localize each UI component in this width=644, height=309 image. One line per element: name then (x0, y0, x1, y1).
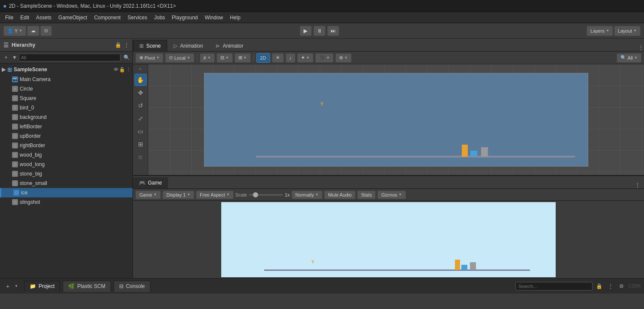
mute-audio-btn[interactable]: Mute Audio (324, 191, 355, 199)
layers-btn[interactable]: Layers ▼ (587, 26, 613, 36)
custom-tool-btn[interactable]: ☆ (135, 151, 147, 163)
play-button[interactable]: ▶ (300, 26, 312, 36)
scene-eye-icon[interactable]: 👁 (114, 67, 118, 72)
hierarchy-item-square[interactable]: □ Square (0, 94, 132, 103)
transform-tool-btn[interactable]: ⊞ (135, 138, 147, 150)
hierarchy-item-stonebig[interactable]: □ stone_big (0, 169, 132, 179)
rotate-tool-btn[interactable]: ↺ (135, 100, 147, 112)
hierarchy-item-background[interactable]: □ background (0, 112, 132, 122)
bottom-settings-btn[interactable]: ⚙ (617, 282, 626, 291)
title-text: 2D - SampleScene - Windows, Mac, Linux -… (9, 3, 176, 9)
tab-plastic-scm[interactable]: 🌿 Plastic SCM (63, 281, 111, 292)
hierarchy-lock-icon[interactable]: 🔒 (115, 42, 121, 48)
step-button[interactable]: ⏭ (327, 26, 339, 36)
scene-search-btn[interactable]: 🔍 All ▼ (617, 53, 641, 63)
scale-value: 1x (285, 192, 290, 197)
game-tabs-more[interactable]: ⋮ (635, 182, 641, 188)
light-btn[interactable]: ☀ (272, 53, 284, 63)
hierarchy-search-input[interactable] (19, 54, 120, 61)
scene-cam-btn[interactable]: 🎥 ▼ (315, 53, 334, 63)
tab-project[interactable]: 📁 Project (24, 281, 60, 292)
menu-services[interactable]: Services (124, 14, 150, 21)
scale-thumb[interactable] (253, 192, 258, 197)
tab-scene[interactable]: ⊞ Scene (133, 40, 167, 51)
hierarchy-item-woodlong[interactable]: □ wood_long (0, 160, 132, 169)
hierarchy-item-ice[interactable]: □ ice (0, 188, 132, 197)
grid-dd-icon: ▼ (208, 56, 211, 60)
hierarchy-item-upborder[interactable]: □ upBorder (0, 131, 132, 141)
aspect-btn[interactable]: Free Aspect ▼ (196, 191, 234, 199)
menu-edit[interactable]: Edit (17, 14, 33, 21)
scene-dots[interactable]: ⋮ (126, 67, 131, 73)
bottom-add-btn[interactable]: + (3, 282, 12, 291)
menu-help[interactable]: Help (226, 14, 244, 21)
slingshot-label: slingshot (20, 199, 40, 205)
hierarchy-arrow-icon: ▼ (12, 55, 17, 61)
game-tab-icon: 🎮 (139, 180, 145, 186)
scene-viewport[interactable]: Y (148, 64, 644, 175)
local-btn[interactable]: ⊙ Local ▼ (165, 53, 194, 63)
bottom-search-input[interactable] (515, 282, 593, 291)
grid-toggle-btn[interactable]: # ▼ (200, 53, 215, 63)
pivot-btn[interactable]: ⊕ Pivot ▼ (135, 53, 163, 63)
tab-animation[interactable]: ▷ Animation (167, 40, 209, 51)
game-dropdown-btn[interactable]: Game ▼ (135, 191, 161, 199)
layout-btn[interactable]: Layout ▼ (614, 26, 641, 36)
hierarchy-item-woodbig[interactable]: □ wood_big (0, 150, 132, 160)
scale-slider[interactable] (249, 194, 283, 196)
hierarchy-item-stonesmall[interactable]: □ stone_small (0, 179, 132, 188)
hierarchy-item-main-camera[interactable]: 📷 Main Camera (0, 75, 132, 84)
console-label: Console (126, 283, 145, 289)
gizmos-btn[interactable]: Gizmos ▼ (377, 191, 406, 199)
menu-window[interactable]: Window (202, 14, 227, 21)
tab-animator[interactable]: ⊳ Animator (209, 40, 250, 51)
hierarchy-item-bird0[interactable]: □ bird_0 (0, 103, 132, 112)
scene-root[interactable]: ▶ ⊞ SampleScene 👁 🔓 ⋮ (0, 64, 132, 75)
main-camera-label: Main Camera (20, 76, 51, 82)
hierarchy-header-icons: 🔒 ⋮ (115, 42, 129, 48)
hierarchy-item-slingshot[interactable]: □ slingshot (0, 197, 132, 207)
hierarchy-add-btn[interactable]: + (2, 53, 10, 62)
scene-lock-icon2[interactable]: 🔓 (119, 67, 125, 73)
scale-tool-btn[interactable]: ⤢ (135, 112, 147, 124)
hierarchy-search-icon[interactable]: 🔍 (122, 53, 131, 62)
square-icon: □ (12, 95, 18, 101)
menu-playground[interactable]: Playground (169, 14, 202, 21)
menu-file[interactable]: File (2, 14, 17, 21)
hand-tool-btn[interactable]: ✋ (135, 74, 147, 86)
menu-gameobject[interactable]: GameObject (55, 14, 90, 21)
fx-btn[interactable]: ✦ ▼ (297, 53, 313, 63)
menu-component[interactable]: Component (90, 14, 124, 21)
game-platform (264, 270, 530, 271)
collab-btn[interactable]: ⊙ (40, 26, 52, 36)
2d-btn[interactable]: 2D (256, 53, 270, 63)
audio-btn[interactable]: ♪ (286, 53, 296, 63)
tab-game[interactable]: 🎮 Game (133, 177, 168, 188)
gizmos2-btn[interactable]: ⊛ ▼ (335, 53, 352, 63)
hierarchy-item-rightborder[interactable]: □ rightBorder (0, 141, 132, 150)
bottom-lock-btn[interactable]: 🔒 (595, 282, 604, 291)
game-box (461, 265, 467, 270)
stats-btn[interactable]: Stats (357, 191, 376, 199)
bottom-more-btn[interactable]: ⋮ (606, 282, 615, 291)
gizmo-btn[interactable]: ⊞ ▼ (235, 53, 251, 63)
pause-button[interactable]: ⏸ (313, 26, 325, 36)
rect-tool-btn[interactable]: ▭ (135, 125, 147, 137)
menu-jobs[interactable]: Jobs (150, 14, 168, 21)
scene-tabs-more[interactable]: ⋮ (638, 44, 644, 51)
tab-console[interactable]: ⊟ Console (114, 281, 150, 292)
gizmos2-icon: ⊛ (339, 55, 343, 61)
account-btn[interactable]: 👤 Y ▼ (3, 26, 26, 36)
snap-btn[interactable]: ⊟ ▼ (217, 53, 233, 63)
normally-dd-icon: ▼ (315, 193, 319, 197)
hierarchy-item-circle[interactable]: ○ Circle (0, 84, 132, 94)
hierarchy-item-leftborder[interactable]: □ leftBorder (0, 122, 132, 131)
normally-btn[interactable]: Normally ▼ (292, 191, 322, 199)
scene-game-area: ⊞ Scene ▷ Animation ⊳ Animator ⋮ ⊕ Pivot (133, 39, 644, 278)
hierarchy-more-icon[interactable]: ⋮ (124, 42, 129, 48)
menu-assets[interactable]: Assets (33, 14, 55, 21)
cloud-btn[interactable]: ☁ (27, 26, 39, 36)
display-btn[interactable]: Display 1 ▼ (163, 191, 194, 199)
square-label: Square (20, 95, 36, 101)
move-tool-btn[interactable]: ✥ (135, 87, 147, 99)
